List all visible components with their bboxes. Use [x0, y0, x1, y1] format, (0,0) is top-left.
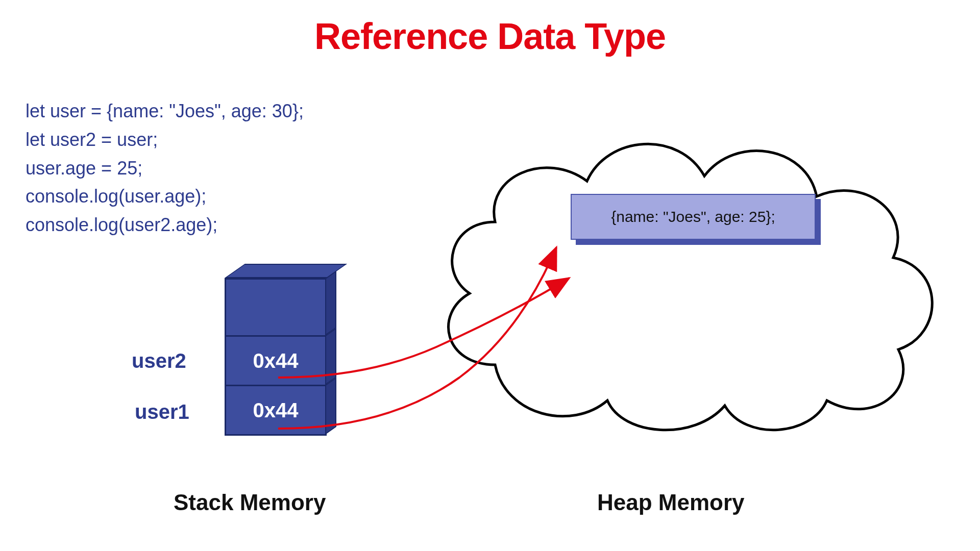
stack-addr-user1: 0x44 [253, 399, 299, 422]
stack-cell-user1: 0x44 [225, 385, 327, 436]
code-line-2: let user2 = user; [26, 126, 304, 154]
stack-var-label-user1: user1 [135, 400, 189, 423]
heap-cloud-icon [403, 99, 954, 441]
stack-addr-user2: 0x44 [253, 349, 299, 372]
code-line-5: console.log(user2.age); [26, 211, 304, 239]
code-line-1: let user = {name: "Joes", age: 30}; [26, 97, 304, 126]
code-line-3: user.age = 25; [26, 154, 304, 183]
stack-cell-user2: 0x44 [225, 335, 327, 386]
code-snippet: let user = {name: "Joes", age: 30}; let … [26, 97, 304, 239]
heap-object-text: {name: "Joes", age: 25}; [611, 208, 775, 226]
code-line-4: console.log(user.age); [26, 182, 304, 211]
stack-memory-title: Stack Memory [174, 490, 326, 515]
stack-memory-block: 0x44 0x44 [225, 278, 337, 436]
heap-object-box: {name: "Joes", age: 25}; [571, 194, 816, 240]
heap-memory-title: Heap Memory [597, 490, 745, 515]
stack-cell-empty [225, 278, 327, 337]
diagram-title: Reference Data Type [0, 15, 980, 57]
stack-var-label-user2: user2 [132, 349, 186, 372]
